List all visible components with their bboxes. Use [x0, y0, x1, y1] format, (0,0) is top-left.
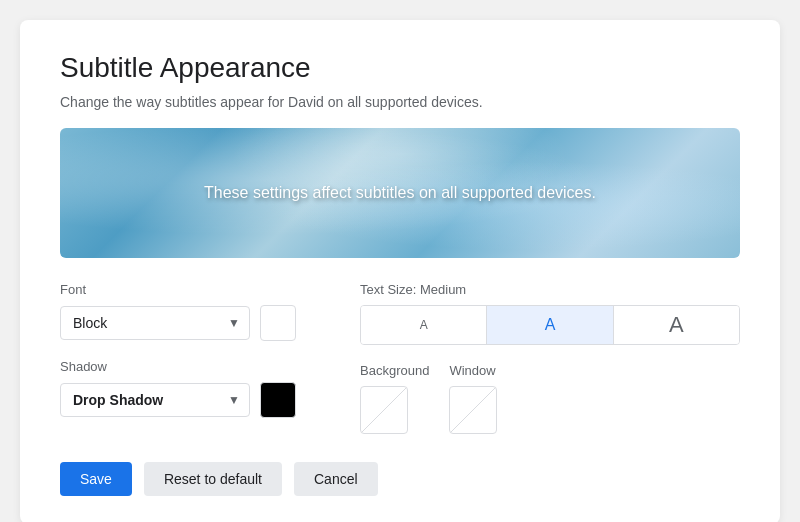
reset-button[interactable]: Reset to default: [144, 462, 282, 496]
window-label: Window: [449, 363, 497, 378]
text-size-label: Text Size: Medium: [360, 282, 740, 297]
background-swatch[interactable]: [360, 386, 408, 434]
page-title: Subtitle Appearance: [60, 52, 740, 84]
bg-window-row: Background Window: [360, 363, 740, 434]
text-size-group: Text Size: Medium A A A: [360, 282, 740, 345]
shadow-color-swatch[interactable]: [260, 382, 296, 418]
window-group: Window: [449, 363, 497, 434]
font-color-swatch[interactable]: [260, 305, 296, 341]
preview-text: These settings affect subtitles on all s…: [204, 184, 596, 202]
text-size-medium-button[interactable]: A: [487, 306, 613, 344]
shadow-label: Shadow: [60, 359, 320, 374]
font-select-wrapper: Block Default Casual Cursive Small Caps …: [60, 306, 250, 340]
shadow-select-wrapper: None Drop Shadow Raised Depressed Unifor…: [60, 383, 250, 417]
preview-box: These settings affect subtitles on all s…: [60, 128, 740, 258]
settings-card: Subtitle Appearance Change the way subti…: [20, 20, 780, 522]
text-size-large-button[interactable]: A: [614, 306, 739, 344]
text-size-buttons: A A A: [360, 305, 740, 345]
text-size-small-icon: A: [420, 318, 428, 332]
right-controls: Text Size: Medium A A A Background: [360, 282, 740, 434]
background-group: Background: [360, 363, 429, 434]
text-size-small-button[interactable]: A: [361, 306, 487, 344]
background-label: Background: [360, 363, 429, 378]
save-button[interactable]: Save: [60, 462, 132, 496]
controls-section: Font Block Default Casual Cursive Small …: [60, 282, 740, 434]
font-select[interactable]: Block Default Casual Cursive Small Caps …: [60, 306, 250, 340]
left-controls: Font Block Default Casual Cursive Small …: [60, 282, 320, 434]
shadow-select[interactable]: None Drop Shadow Raised Depressed Unifor…: [60, 383, 250, 417]
text-size-medium-icon: A: [545, 316, 556, 334]
cancel-button[interactable]: Cancel: [294, 462, 378, 496]
page-subtitle: Change the way subtitles appear for Davi…: [60, 94, 740, 110]
shadow-control-row: None Drop Shadow Raised Depressed Unifor…: [60, 382, 320, 418]
shadow-group: Shadow None Drop Shadow Raised Depressed…: [60, 359, 320, 418]
font-label: Font: [60, 282, 320, 297]
font-control-row: Block Default Casual Cursive Small Caps …: [60, 305, 320, 341]
window-swatch[interactable]: [449, 386, 497, 434]
font-group: Font Block Default Casual Cursive Small …: [60, 282, 320, 341]
text-size-large-icon: A: [669, 312, 684, 338]
footer-buttons: Save Reset to default Cancel: [60, 462, 740, 496]
